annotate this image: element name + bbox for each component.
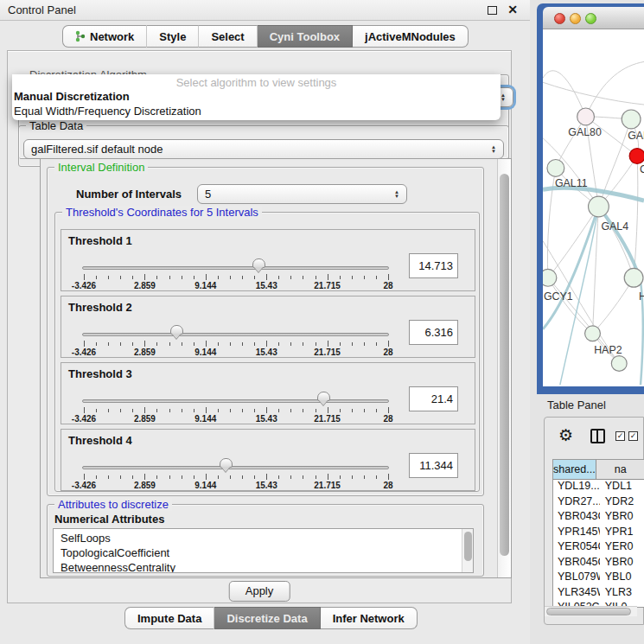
network-node[interactable] <box>629 149 644 164</box>
network-edge[interactable] <box>543 71 586 117</box>
tab-impute-data[interactable]: Impute Data <box>124 607 214 629</box>
table-row[interactable]: YDL19...YDL1 <box>553 480 644 495</box>
table-hscrollbar-thumb[interactable] <box>546 608 631 615</box>
gear-icon[interactable]: ⚙ <box>558 425 573 445</box>
slider-tick <box>230 409 231 412</box>
network-node[interactable] <box>543 269 557 286</box>
network-edge[interactable] <box>548 207 599 277</box>
cell-name[interactable]: YBR0 <box>600 556 644 571</box>
threshold-value-field[interactable]: 21.4 <box>409 386 458 411</box>
network-icon <box>75 30 86 42</box>
cell-shared-name[interactable]: YBR045C <box>553 556 600 571</box>
table-row[interactable]: YDR27...YDR2 <box>553 495 644 511</box>
tab-infer-network[interactable]: Infer Network <box>321 607 418 629</box>
tab-discretize-data[interactable]: Discretize Data <box>214 607 320 629</box>
tab-jactivemnodules[interactable]: jActiveMNodules <box>353 25 469 48</box>
cell-name[interactable]: YLR3 <box>600 586 644 602</box>
cell-shared-name[interactable]: YER054C <box>553 540 600 556</box>
slider-tick <box>206 407 207 413</box>
slider-tick <box>108 342 109 346</box>
slider-tick <box>156 276 157 279</box>
network-node[interactable] <box>622 110 641 129</box>
table-horizontal-scrollbar[interactable] <box>545 606 637 616</box>
settings-scrollbar-thumb[interactable] <box>500 174 509 556</box>
number-of-intervals-select[interactable]: 5 ▲▼ <box>197 184 407 204</box>
threshold-value-field[interactable]: 14.713 <box>409 253 458 278</box>
threshold-slider-thumb[interactable] <box>317 392 330 401</box>
cell-shared-name[interactable]: YBR043C <box>553 510 600 526</box>
network-edge[interactable] <box>598 207 634 277</box>
network-node[interactable] <box>589 196 609 217</box>
cell-name[interactable]: YDL1 <box>600 480 644 495</box>
network-node[interactable] <box>577 108 595 125</box>
mac-close-icon[interactable] <box>554 13 565 24</box>
cell-name[interactable]: YPR1 <box>600 526 644 541</box>
tab-select[interactable]: Select <box>199 25 257 48</box>
slider-tick-label: 9.144 <box>194 481 216 490</box>
tab-cyni-toolbox[interactable]: Cyni Toolbox <box>258 25 353 48</box>
slider-tick <box>303 409 303 412</box>
threshold-value-field[interactable]: 11.344 <box>409 453 458 478</box>
cell-shared-name[interactable]: YLR345W <box>553 586 600 602</box>
threshold-slider-thumb[interactable] <box>252 258 265 268</box>
table-row[interactable]: YBL079WYBL0 <box>553 571 644 586</box>
network-node[interactable] <box>547 159 564 176</box>
columns-icon[interactable] <box>590 429 605 443</box>
network-node[interactable] <box>585 326 601 341</box>
slider-tick-label: 15.43 <box>256 414 277 424</box>
cell-name[interactable]: YDR2 <box>600 495 644 511</box>
tab-network[interactable]: Network <box>62 25 147 48</box>
attributes-scrollbar[interactable] <box>462 529 473 572</box>
network-edge[interactable] <box>634 156 638 278</box>
network-canvas[interactable]: GAL80GAL8CGAL11GAL4GCY1HHAP2 <box>543 29 644 386</box>
network-edge[interactable] <box>593 277 634 333</box>
column-header-name[interactable]: na <box>596 460 644 479</box>
settings-scrollbar[interactable] <box>497 159 511 577</box>
cell-name[interactable]: YBL0 <box>600 571 644 586</box>
cell-shared-name[interactable]: YPR145W <box>553 526 600 541</box>
threshold-slider-track[interactable] <box>82 333 389 336</box>
threshold-slider-thumb[interactable] <box>220 458 233 468</box>
algorithm-option-equal-width[interactable]: Equal Width/Frequency Discretization <box>14 105 201 118</box>
numerical-attributes-list[interactable]: SelfLoopsTopologicalCoefficientBetweenne… <box>53 528 474 573</box>
table-row[interactable]: YBR045CYBR0 <box>553 556 644 571</box>
slider-tick <box>376 342 377 346</box>
attribute-list-item[interactable]: SelfLoops <box>61 531 473 545</box>
threshold-slider-track[interactable] <box>82 266 389 270</box>
attribute-list-item[interactable]: TopologicalCoefficient <box>61 545 473 560</box>
cell-shared-name[interactable]: YBL079W <box>553 571 600 586</box>
algorithm-option-manual[interactable]: Manual Discretization <box>14 90 130 103</box>
table-data-select[interactable]: galFiltered.sif default node ▲▼ <box>23 139 504 159</box>
close-icon[interactable]: ✕ <box>507 3 518 16</box>
float-window-icon[interactable] <box>488 6 497 15</box>
checkbox-checked-icon[interactable]: ✓ <box>628 431 638 441</box>
cell-name[interactable]: YER0 <box>600 540 644 556</box>
cell-shared-name[interactable]: YDR27... <box>553 495 600 511</box>
threshold-slider-track[interactable] <box>82 399 389 403</box>
cyni-toolbox-content: Discretization Algorithm ▲▼ Select algor… <box>7 50 512 603</box>
network-node[interactable] <box>624 268 643 287</box>
table-row[interactable]: YPR145WYPR1 <box>553 526 644 541</box>
slider-tick-label: 2.859 <box>134 414 156 424</box>
threshold-slider-track[interactable] <box>82 466 389 469</box>
table-row[interactable]: YER054CYER0 <box>553 540 644 556</box>
tab-style[interactable]: Style <box>147 25 199 48</box>
mac-minimize-icon[interactable] <box>570 13 581 24</box>
network-node[interactable] <box>611 356 627 372</box>
threshold-slider-thumb[interactable] <box>170 325 183 335</box>
cell-name[interactable]: YBR0 <box>600 510 644 526</box>
threshold-value-field[interactable]: 6.316 <box>409 320 458 345</box>
column-header-shared-name[interactable]: shared... <box>553 460 596 479</box>
mac-zoom-icon[interactable] <box>585 13 596 24</box>
table-row[interactable]: YLR345WYLR3 <box>553 586 644 602</box>
network-edge[interactable] <box>586 61 644 116</box>
table-row[interactable]: YBR043CYBR0 <box>553 510 644 526</box>
cell-shared-name[interactable]: YDL19... <box>553 480 600 495</box>
checkbox-checked-icon[interactable]: ✓ <box>615 431 625 441</box>
algorithm-placeholder-item[interactable]: Select algorithm to view settings <box>12 76 501 89</box>
apply-button[interactable]: Apply <box>229 581 290 602</box>
attribute-list-item[interactable]: BetweennessCentrality <box>61 560 473 573</box>
slider-tick <box>340 276 341 279</box>
slider-tick <box>328 274 328 280</box>
slider-tick <box>254 342 255 346</box>
